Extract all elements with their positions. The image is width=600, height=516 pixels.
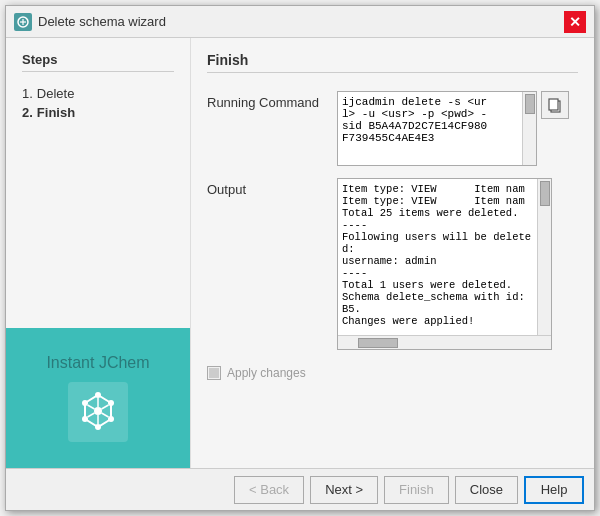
- svg-line-16: [88, 405, 95, 409]
- next-label: Next >: [325, 482, 363, 497]
- dialog-footer: < Back Next > Finish Close Help: [6, 468, 594, 510]
- output-scrollbar-horizontal[interactable]: [338, 335, 551, 349]
- output-content: Item type: VIEW Item nam Item type: VIEW…: [337, 178, 578, 350]
- close-button[interactable]: ✕: [564, 11, 586, 33]
- apply-changes-checkbox[interactable]: [207, 366, 221, 380]
- step-num-2: 2.: [22, 105, 33, 120]
- cmd-scrollbar-vertical[interactable]: [522, 92, 536, 165]
- running-command-content: ijcadmin delete -s <ur l> -u <usr> -p <p…: [337, 91, 578, 166]
- dialog-body: Steps 1. Delete 2. Finish Instant JChem: [6, 38, 594, 468]
- svg-line-12: [102, 405, 109, 409]
- sidebar-steps: Steps 1. Delete 2. Finish: [6, 38, 190, 328]
- output-box: Item type: VIEW Item nam Item type: VIEW…: [337, 178, 552, 350]
- running-command-box: ijcadmin delete -s <ur l> -u <usr> -p <p…: [337, 91, 537, 166]
- copy-button[interactable]: [541, 91, 569, 119]
- step-item-delete: 1. Delete: [22, 84, 174, 103]
- svg-line-13: [102, 413, 109, 417]
- svg-point-9: [82, 416, 88, 422]
- output-label: Output: [207, 178, 327, 197]
- dialog-title: Delete schema wizard: [38, 14, 166, 29]
- svg-point-5: [95, 392, 101, 398]
- step-list: 1. Delete 2. Finish: [22, 80, 174, 126]
- step-item-finish: 2. Finish: [22, 103, 174, 122]
- output-scrollbar-thumb-v: [540, 181, 550, 206]
- next-button[interactable]: Next >: [310, 476, 378, 504]
- close-footer-button[interactable]: Close: [455, 476, 518, 504]
- title-bar-left: Delete schema wizard: [14, 13, 166, 31]
- svg-rect-18: [549, 99, 558, 110]
- section-title: Finish: [207, 52, 578, 73]
- output-scrollbar-thumb-h: [358, 338, 398, 348]
- help-button[interactable]: Help: [524, 476, 584, 504]
- title-bar: Delete schema wizard ✕: [6, 6, 594, 38]
- help-label: Help: [541, 482, 568, 497]
- svg-point-10: [82, 400, 88, 406]
- back-button[interactable]: < Back: [234, 476, 304, 504]
- finish-label: Finish: [399, 482, 434, 497]
- step-label-finish: Finish: [37, 105, 75, 120]
- running-command-row: Running Command ijcadmin delete -s <ur l…: [207, 91, 578, 166]
- main-content: Finish Running Command ijcadmin delete -…: [191, 38, 594, 468]
- svg-line-15: [88, 413, 95, 417]
- apply-changes-label: Apply changes: [227, 366, 306, 380]
- cmd-scrollbar-thumb: [525, 94, 535, 114]
- running-command-label: Running Command: [207, 91, 327, 110]
- output-scrollbar-vertical[interactable]: [537, 179, 551, 335]
- back-label: < Back: [249, 482, 289, 497]
- brand-name: Instant JChem: [46, 354, 149, 372]
- step-label-delete: Delete: [37, 86, 75, 101]
- output-row: Output Item type: VIEW Item nam Item typ…: [207, 178, 578, 350]
- svg-point-4: [94, 407, 102, 415]
- apply-changes-row: Apply changes: [207, 366, 578, 380]
- svg-point-7: [108, 416, 114, 422]
- step-num-1: 1.: [22, 86, 33, 101]
- svg-point-8: [95, 424, 101, 430]
- sidebar-brand: Instant JChem: [6, 328, 190, 468]
- sidebar: Steps 1. Delete 2. Finish Instant JChem: [6, 38, 191, 468]
- close-footer-label: Close: [470, 482, 503, 497]
- svg-point-6: [108, 400, 114, 406]
- checkbox-mark: [209, 368, 219, 378]
- app-icon: [14, 13, 32, 31]
- brand-icon: [68, 382, 128, 442]
- running-command-text: ijcadmin delete -s <ur l> -u <usr> -p <p…: [338, 92, 522, 165]
- finish-button[interactable]: Finish: [384, 476, 449, 504]
- output-text: Item type: VIEW Item nam Item type: VIEW…: [338, 179, 537, 335]
- dialog: Delete schema wizard ✕ Steps 1. Delete 2…: [5, 5, 595, 511]
- output-inner: Item type: VIEW Item nam Item type: VIEW…: [338, 179, 551, 335]
- steps-title: Steps: [22, 52, 174, 72]
- copy-icon: [547, 97, 563, 113]
